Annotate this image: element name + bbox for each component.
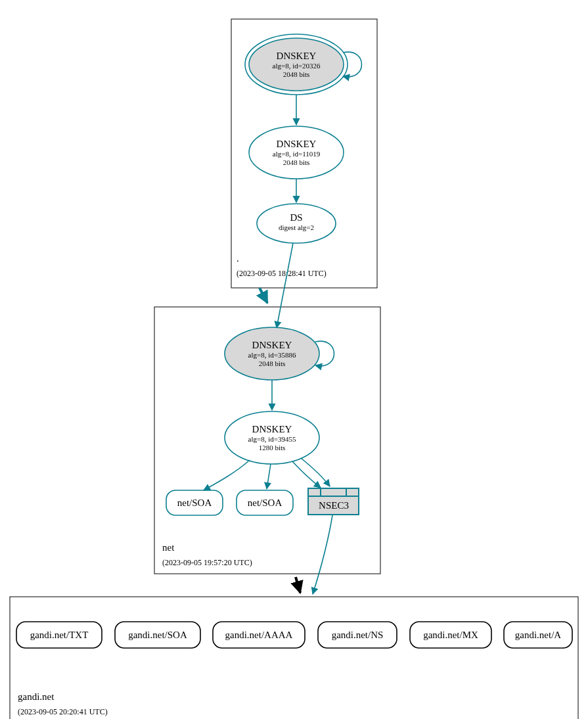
edge-root-ds-net-ksk xyxy=(277,243,293,328)
zone-net-label: net xyxy=(162,542,175,553)
zone-root-label: . xyxy=(237,253,239,264)
net-soa2-label: net/SOA xyxy=(248,498,283,508)
net-ksk-line2: 2048 bits xyxy=(259,360,286,367)
net-zsk-line1: alg=8, id=39455 xyxy=(248,435,296,443)
root-ds-line1: digest alg=2 xyxy=(279,223,314,231)
edge-net-zsk-nsec3-b xyxy=(301,458,330,486)
dnssec-chain-diagram: . (2023-09-05 18:28:41 UTC) DNSKEY alg=8… xyxy=(0,0,588,719)
edge-nsec3-to-gandi xyxy=(313,515,332,594)
node-net-soa-2: net/SOA xyxy=(237,490,293,515)
edge-net-zsk-nsec3-a xyxy=(292,461,321,488)
gandi-mx-label: gandi.net/MX xyxy=(423,630,478,640)
gandi-aaaa-label: gandi.net/AAAA xyxy=(225,630,293,640)
edge-zone-net-to-gandi xyxy=(296,577,300,593)
node-gandi-txt: gandi.net/TXT xyxy=(16,622,102,648)
zone-gandi-timestamp: (2023-09-05 20:20:41 UTC) xyxy=(18,707,108,716)
zone-gandi-box xyxy=(10,597,578,719)
node-gandi-ns: gandi.net/NS xyxy=(318,622,397,648)
node-root-ksk: DNSKEY alg=8, id=20326 2048 bits xyxy=(245,34,348,95)
net-zsk-line2: 1280 bits xyxy=(259,444,286,452)
node-gandi-soa: gandi.net/SOA xyxy=(115,622,200,648)
edge-zone-root-to-net xyxy=(260,288,267,303)
node-gandi-a: gandi.net/A xyxy=(504,622,572,648)
zone-net-timestamp: (2023-09-05 19:57:20 UTC) xyxy=(162,558,252,567)
zone-gandi-label: gandi.net xyxy=(18,691,55,702)
root-ksk-line1: alg=8, id=20326 xyxy=(273,62,321,70)
node-net-soa-1: net/SOA xyxy=(166,490,223,515)
node-net-nsec3: NSEC3 xyxy=(308,488,359,515)
node-root-ds: DS digest alg=2 xyxy=(257,204,336,243)
net-soa1-label: net/SOA xyxy=(177,498,212,508)
net-nsec3-label: NSEC3 xyxy=(319,500,349,511)
edge-net-zsk-soa2 xyxy=(267,464,271,489)
zone-root-timestamp: (2023-09-05 18:28:41 UTC) xyxy=(237,269,327,278)
node-gandi-aaaa: gandi.net/AAAA xyxy=(213,622,305,648)
node-gandi-mx: gandi.net/MX xyxy=(410,622,491,648)
gandi-a-label: gandi.net/A xyxy=(515,630,562,640)
net-zsk-title: DNSKEY xyxy=(252,424,292,434)
net-ksk-line1: alg=8, id=35886 xyxy=(248,351,296,359)
node-root-zsk: DNSKEY alg=8, id=11019 2048 bits xyxy=(249,126,344,179)
root-zsk-title: DNSKEY xyxy=(277,139,317,149)
node-net-ksk: DNSKEY alg=8, id=35886 2048 bits xyxy=(225,327,319,380)
net-ksk-title: DNSKEY xyxy=(252,340,292,350)
root-zsk-line2: 2048 bits xyxy=(283,158,310,166)
root-zsk-line1: alg=8, id=11019 xyxy=(273,150,321,158)
root-ksk-title: DNSKEY xyxy=(277,51,317,61)
root-ksk-line2: 2048 bits xyxy=(283,70,310,78)
gandi-soa-label: gandi.net/SOA xyxy=(128,630,187,640)
node-net-zsk: DNSKEY alg=8, id=39455 1280 bits xyxy=(225,411,319,464)
gandi-txt-label: gandi.net/TXT xyxy=(30,630,89,640)
edge-net-zsk-soa1 xyxy=(204,460,250,490)
gandi-ns-label: gandi.net/NS xyxy=(332,630,384,640)
root-ds-title: DS xyxy=(290,212,302,223)
